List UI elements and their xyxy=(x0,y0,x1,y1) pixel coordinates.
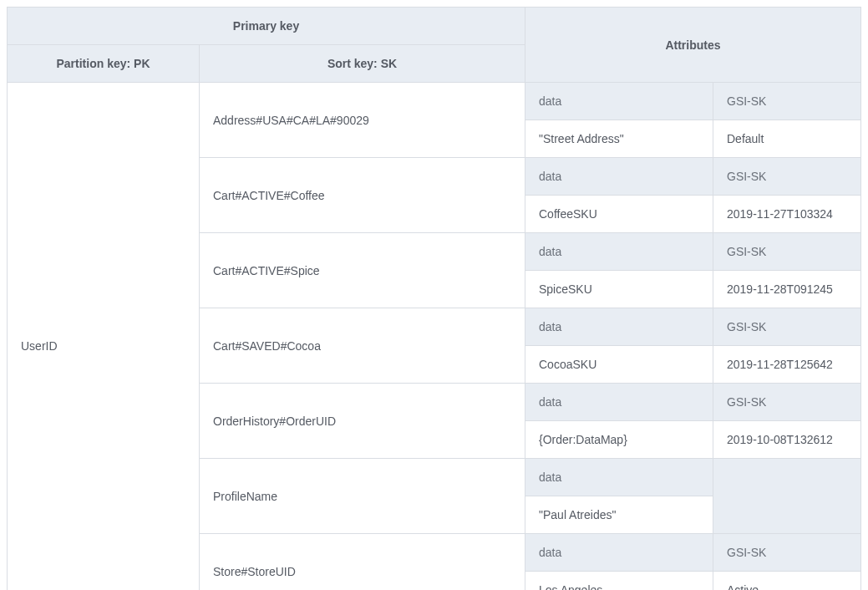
sort-key-cell: Cart#ACTIVE#Spice xyxy=(200,233,525,308)
dynamodb-schema-table: Primary key Attributes Partition key: PK… xyxy=(7,7,861,590)
sort-key-cell: Address#USA#CA#LA#90029 xyxy=(200,83,525,158)
sort-key-cell: Cart#SAVED#Cocoa xyxy=(200,308,525,384)
header-partition-key: Partition key: PK xyxy=(8,45,200,83)
header-sort-key: Sort key: SK xyxy=(200,45,525,83)
attr-value: CocoaSKU xyxy=(525,346,713,384)
partition-key-cell: UserID xyxy=(8,83,200,591)
attr-label: data xyxy=(525,459,713,496)
header-primary-key: Primary key xyxy=(8,8,525,45)
attr-value: 2019-11-28T125642 xyxy=(713,346,861,384)
attr-value: CoffeeSKU xyxy=(525,196,713,233)
header-attributes: Attributes xyxy=(525,8,861,83)
attr-value: 2019-10-08T132612 xyxy=(713,421,861,459)
attr-label: GSI-SK xyxy=(713,158,861,196)
attr-label: GSI-SK xyxy=(713,308,861,346)
attr-value: 2019-11-28T091245 xyxy=(713,271,861,308)
sort-key-cell: Cart#ACTIVE#Coffee xyxy=(200,158,525,233)
attr-label: GSI-SK xyxy=(713,384,861,421)
attr-value: "Street Address" xyxy=(525,120,713,158)
attr-label: data xyxy=(525,158,713,196)
attr-label: GSI-SK xyxy=(713,83,861,120)
attr-label: GSI-SK xyxy=(713,233,861,271)
attr-label xyxy=(713,459,861,534)
attr-label: data xyxy=(525,233,713,271)
sort-key-cell: OrderHistory#OrderUID xyxy=(200,384,525,459)
sort-key-cell: ProfileName xyxy=(200,459,525,534)
attr-value: {Order:DataMap} xyxy=(525,421,713,459)
attr-label: GSI-SK xyxy=(713,534,861,572)
sort-key-cell: Store#StoreUID xyxy=(200,534,525,591)
attr-label: data xyxy=(525,534,713,572)
attr-label: data xyxy=(525,308,713,346)
attr-label: data xyxy=(525,384,713,421)
attr-label: data xyxy=(525,83,713,120)
attr-value: SpiceSKU xyxy=(525,271,713,308)
attr-value: Default xyxy=(713,120,861,158)
attr-value: Active xyxy=(713,572,861,591)
attr-value: "Paul Atreides" xyxy=(525,496,713,534)
attr-value: 2019-11-27T103324 xyxy=(713,196,861,233)
attr-value: Los Angeles xyxy=(525,572,713,591)
